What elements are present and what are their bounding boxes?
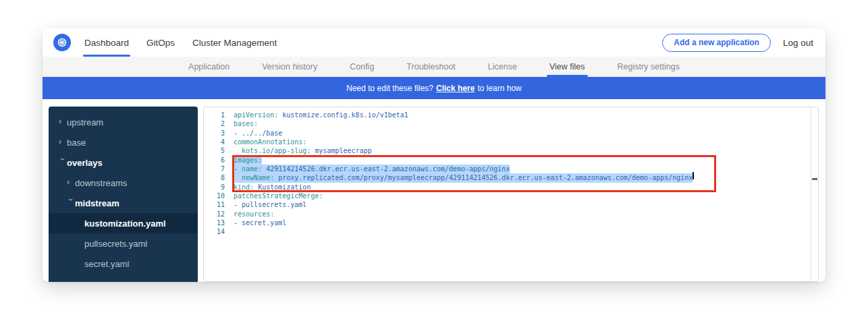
code-line-14[interactable]: 14 [204,227,818,236]
screenshot-page: DashboardGitOpsCluster Management Add a … [0,0,868,321]
line-number: 8 [204,173,234,182]
top-navigation-bar: DashboardGitOpsCluster Management Add a … [43,28,825,57]
add-new-application-button[interactable]: Add a new application [662,34,771,52]
editor-scrollbar[interactable] [811,107,818,281]
code-text: patchesStrategicMerge: [234,192,323,200]
code-text: apiVersion: kustomize.config.k8s.io/v1be… [234,111,408,119]
tab-view-files[interactable]: View files [549,57,585,77]
tree-folder-midstream[interactable]: ›midstream [49,193,198,213]
kubernetes-logo-icon [53,34,71,51]
tree-folder-upstream[interactable]: ›upstream [49,112,198,132]
chevron-right-icon: › [59,117,67,126]
line-number: 10 [204,192,234,200]
tab-application[interactable]: Application [188,57,229,77]
line-number: 7 [204,165,234,173]
line-number: 5 [204,146,234,155]
chevron-down-icon: › [58,158,67,166]
topnav-item-gitops[interactable]: GitOps [145,28,176,57]
tree-file-pullsecrets-yaml[interactable]: pullsecrets.yaml [49,233,198,254]
code-line-2[interactable]: 2bases: [204,119,818,128]
file-tree: ›upstream›base›overlays›downstreams›mids… [49,107,198,282]
tree-item-label: upstream [67,117,103,127]
tab-config[interactable]: Config [350,57,374,77]
tree-folder-base[interactable]: ›base [49,132,198,152]
code-line-10[interactable]: 10patchesStrategicMerge: [204,192,818,200]
banner-text-after: to learn how [477,84,521,93]
code-text: bases: [234,119,258,128]
chevron-down-icon: › [66,198,76,206]
line-number: 4 [204,138,234,146]
tab-license[interactable]: License [488,57,517,77]
tree-item-label: pullsecrets.yaml [84,239,147,249]
code-line-6[interactable]: 6images: [204,156,818,165]
text-cursor [693,172,694,179]
tree-item-label: overlays [67,158,103,168]
code-line-11[interactable]: 11- pullsecrets.yaml [204,200,818,209]
line-number: 3 [204,129,234,138]
line-number: 9 [204,183,234,192]
tree-file-secret-yaml[interactable]: secret.yaml [49,254,198,274]
tree-folder-downstreams[interactable]: ›downstreams [49,173,198,193]
topnav-right: Add a new application Log out [662,34,815,52]
admin-console-window: DashboardGitOpsCluster Management Add a … [43,28,825,282]
edit-files-banner: Need to edit these files? Click here to … [43,77,825,99]
click-here-link[interactable]: Click here [436,84,474,93]
tree-item-label: secret.yaml [84,259,129,269]
code-line-12[interactable]: 12resources: [204,210,818,218]
selected-code-text: newName: proxy.replicated.com/proxy/mysa… [234,173,693,182]
code-text: resources: [234,210,274,218]
code-line-3[interactable]: 3- ../../base [204,129,818,138]
chevron-right-icon: › [67,177,75,187]
line-number: 1 [204,111,234,119]
line-number: 11 [204,200,234,209]
line-number: 13 [204,218,234,227]
code-line-1[interactable]: 1apiVersion: kustomize.config.k8s.io/v1b… [204,111,818,119]
code-line-13[interactable]: 13- secret.yaml [204,218,818,227]
code-text: - ../../base [234,129,282,138]
tree-item-label: downstreams [75,178,127,188]
code-line-4[interactable]: 4commonAnnotations: [204,138,818,146]
code-text: commonAnnotations: [234,138,306,146]
code-line-9[interactable]: 9kind: Kustomization [204,183,818,192]
yaml-editor[interactable]: 1apiVersion: kustomize.config.k8s.io/v1b… [203,107,819,282]
code-line-5[interactable]: 5 kots.io/app-slug: mysampleecrapp [204,146,818,155]
code-line-7[interactable]: 7- name: 429114214526.dkr.ecr.us-east-2.… [204,165,818,173]
chevron-right-icon: › [59,137,67,146]
tab-version-history[interactable]: Version history [262,57,317,77]
tree-folder-overlays[interactable]: ›overlays [49,152,198,173]
topnav-item-dashboard[interactable]: Dashboard [83,28,130,57]
code-text: kind: Kustomization [234,183,310,192]
tree-item-label: base [67,138,86,148]
tree-item-label: kustomization.yaml [84,218,166,229]
banner-text-before: Need to edit these files? [346,84,433,93]
application-tabs: ApplicationVersion historyConfigTroubles… [43,57,825,77]
tree-file-kustomization-yaml[interactable]: kustomization.yaml [49,213,198,233]
selected-code-text: - name: 429114214526.dkr.ecr.us-east-2.a… [234,165,510,173]
cursor-position-marker [812,178,817,180]
tab-troubleshoot[interactable]: Troubleshoot [406,57,456,77]
primary-nav: DashboardGitOpsCluster Management [83,28,293,57]
code-line-8[interactable]: 8 newName: proxy.replicated.com/proxy/my… [204,173,818,182]
selected-code-text: images: [234,156,262,165]
tab-registry-settings[interactable]: Registry settings [618,57,680,77]
tree-item-label: midstream [75,198,119,208]
line-number: 6 [204,156,234,165]
line-number: 12 [204,210,234,218]
code-text: - pullsecrets.yaml [234,200,306,209]
line-number: 2 [204,119,234,128]
code-lines: 1apiVersion: kustomize.config.k8s.io/v1b… [204,111,818,237]
code-text: - secret.yaml [234,218,286,227]
topnav-item-cluster-management[interactable]: Cluster Management [191,28,278,57]
logout-link[interactable]: Log out [783,38,815,48]
view-files-content: ›upstream›base›overlays›downstreams›mids… [43,99,825,282]
line-number: 14 [204,227,234,236]
code-text: kots.io/app-slug: mysampleecrapp [234,146,372,155]
